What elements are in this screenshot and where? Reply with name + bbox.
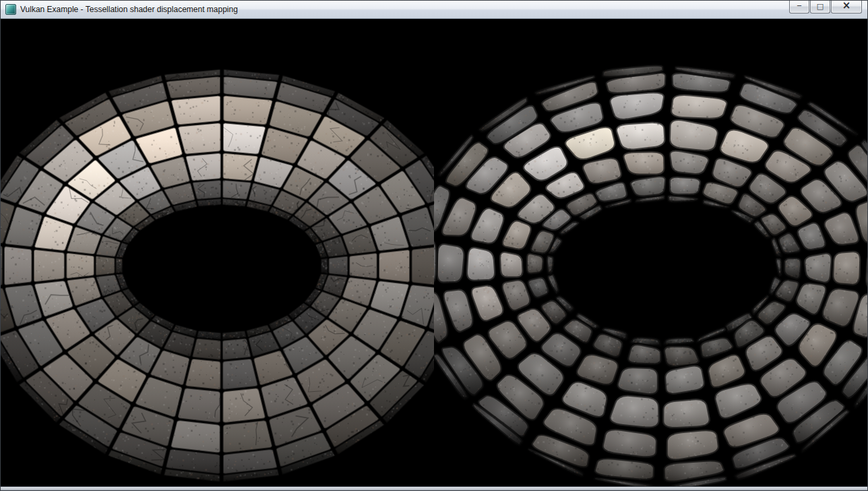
app-window: Vulkan Example - Tessellation shader dis… — [0, 0, 868, 491]
close-button[interactable]: × — [831, 1, 862, 13]
window-title: Vulkan Example - Tessellation shader dis… — [20, 5, 238, 14]
window-bottom-frame — [1, 486, 867, 490]
minimize-button[interactable]: ─ — [789, 1, 809, 13]
maximize-button[interactable]: □ — [810, 1, 830, 13]
render-viewport[interactable] — [1, 19, 867, 486]
vulkan-app-icon[interactable] — [5, 4, 16, 15]
minimize-icon: ─ — [797, 3, 801, 9]
titlebar[interactable]: Vulkan Example - Tessellation shader dis… — [1, 1, 867, 19]
window-controls: ─ □ × — [789, 1, 862, 13]
maximize-icon: □ — [817, 3, 824, 10]
vulkan-scene-canvas[interactable] — [1, 19, 867, 486]
close-icon: × — [842, 1, 851, 11]
